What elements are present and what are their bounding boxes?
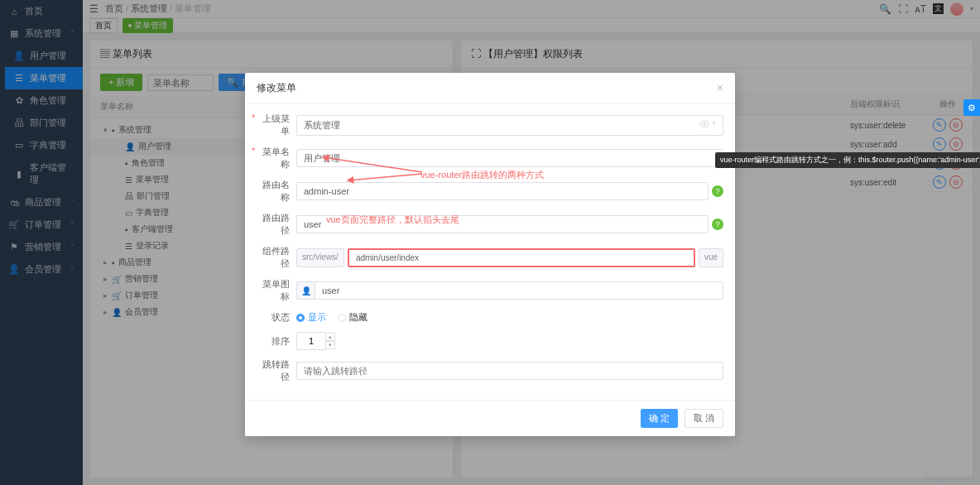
- clear-icon[interactable]: ⓧ: [700, 119, 709, 131]
- label-sort: 排序: [257, 335, 290, 348]
- label-redirect: 跳转路径: [257, 358, 290, 383]
- sort-input[interactable]: [296, 332, 326, 350]
- tooltip: vue-router编程式路由跳转方式之一，例：this.$router.pus…: [715, 152, 980, 168]
- label-comp-path: 组件路径: [257, 245, 290, 270]
- settings-float-button[interactable]: ⚙: [963, 99, 980, 116]
- name-input[interactable]: [296, 149, 723, 167]
- label-icon: 菜单图标: [257, 278, 290, 303]
- gear-icon: ⚙: [968, 103, 976, 113]
- modal-title: 修改菜单: [257, 81, 296, 95]
- parent-select[interactable]: 系统管理ⓧ˅: [296, 115, 723, 136]
- radio-hide[interactable]: 隐藏: [338, 311, 368, 324]
- redirect-input[interactable]: [296, 362, 723, 380]
- close-icon[interactable]: ×: [717, 81, 723, 95]
- info-icon[interactable]: ?: [712, 185, 723, 197]
- route-path-input[interactable]: [296, 215, 709, 233]
- label-name: 菜单名称: [257, 146, 290, 170]
- spinner-up[interactable]: ▴: [325, 333, 335, 341]
- label-parent: 上级菜单: [257, 113, 290, 137]
- label-route-path: 路由路径: [257, 212, 290, 237]
- path-prefix: src/views/: [296, 248, 344, 267]
- chevron-down-icon: ˅: [712, 121, 716, 130]
- route-name-input[interactable]: [296, 182, 709, 200]
- cancel-button[interactable]: 取 消: [685, 409, 723, 428]
- edit-menu-modal: 修改菜单× 上级菜单系统管理ⓧ˅ 菜单名称 路由名称? 路由路径? 组件路径sr…: [245, 73, 735, 436]
- info-icon[interactable]: ?: [712, 218, 723, 230]
- radio-show[interactable]: 显示: [296, 311, 326, 324]
- icon-input[interactable]: [315, 281, 723, 300]
- label-status: 状态: [257, 311, 290, 324]
- spinner-down[interactable]: ▾: [325, 341, 335, 349]
- label-route-name: 路由名称: [257, 179, 290, 204]
- confirm-button[interactable]: 确 定: [641, 409, 678, 428]
- path-suffix: vue: [699, 248, 723, 267]
- icon-preview: 👤: [296, 281, 315, 300]
- comp-path-input[interactable]: [348, 248, 695, 267]
